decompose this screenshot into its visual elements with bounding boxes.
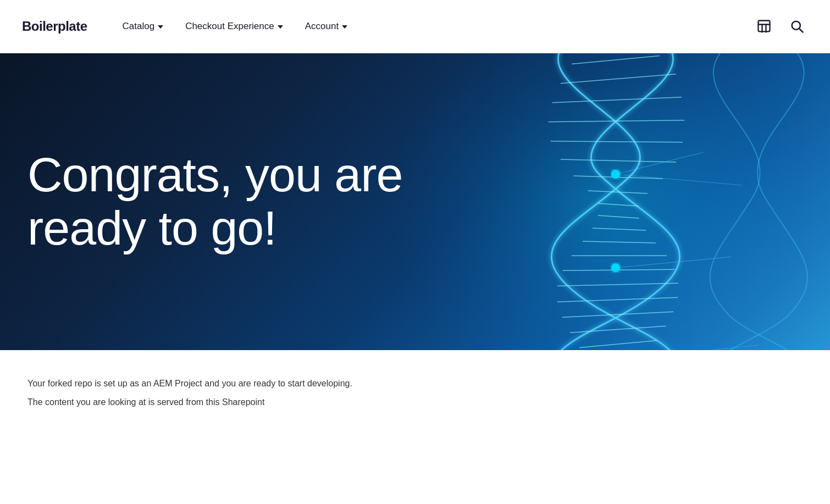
svg-rect-0 [759,21,770,32]
body-content: Your forked repo is set up as an AEM Pro… [0,350,830,435]
body-line-1: Your forked repo is set up as an AEM Pro… [27,376,522,391]
main-nav: Catalog Checkout Experience Account [114,16,357,36]
nav-item-checkout[interactable]: Checkout Experience [176,16,292,36]
search-button[interactable] [786,15,808,37]
hero-title: Congrats, you are ready to go! [27,148,522,255]
header-left: Boilerplate Catalog Checkout Experience … [22,16,356,36]
nav-item-catalog[interactable]: Catalog [114,16,173,36]
hero-section: Congrats, you are ready to go! [0,53,830,350]
chevron-down-icon [342,25,347,29]
nav-account-label: Account [305,21,339,32]
nav-catalog-label: Catalog [123,21,155,32]
hero-content: Congrats, you are ready to go! [27,148,522,255]
search-icon [789,19,805,34]
site-header: Boilerplate Catalog Checkout Experience … [0,0,830,53]
body-line-2: The content you are looking at is served… [27,395,522,409]
nav-item-account[interactable]: Account [296,16,356,36]
chevron-down-icon [278,25,283,29]
svg-line-2 [799,29,803,32]
body-text: Your forked repo is set up as an AEM Pro… [27,376,522,409]
cart-button[interactable] [753,15,775,37]
site-logo[interactable]: Boilerplate [22,19,87,34]
header-right [753,15,808,37]
nav-checkout-label: Checkout Experience [185,21,274,32]
chevron-down-icon [158,25,163,29]
cart-icon [756,19,772,34]
